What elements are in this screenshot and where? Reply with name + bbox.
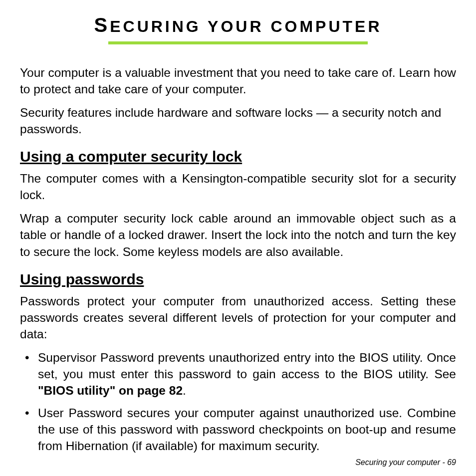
password-bullet-list: Supervisor Password prevents unauthorize… xyxy=(20,349,456,454)
section-heading-passwords: Using passwords xyxy=(20,271,456,288)
title-rest-2: YOUR COMPUTER xyxy=(201,17,382,35)
bios-utility-link[interactable]: "BIOS utility" on page 82 xyxy=(38,384,183,397)
intro-paragraph-1: Your computer is a valuable investment t… xyxy=(20,64,456,97)
list-item: Supervisor Password prevents unauthorize… xyxy=(20,349,456,399)
title-rest-1: ECURING xyxy=(110,17,201,35)
section1-paragraph-1: The computer comes with a Kensington-com… xyxy=(20,170,456,203)
section2-paragraph-1: Passwords protect your computer from una… xyxy=(20,293,456,342)
section-heading-security-lock: Using a computer security lock xyxy=(20,148,456,165)
title-underline xyxy=(108,41,368,44)
title-cap-s: S xyxy=(94,14,110,36)
page-title-block: SECURING YOUR COMPUTER xyxy=(20,14,456,44)
list-item: User Password secures your computer agai… xyxy=(20,405,456,454)
page-title: SECURING YOUR COMPUTER xyxy=(94,14,382,36)
section1-paragraph-2: Wrap a computer security lock cable arou… xyxy=(20,210,456,259)
intro-paragraph-2: Security features include hardware and s… xyxy=(20,104,456,137)
bullet-1-post: . xyxy=(183,384,186,397)
footer-text: Securing your computer - xyxy=(355,458,447,467)
page-number: 69 xyxy=(447,458,456,467)
page-footer: Securing your computer - 69 xyxy=(355,458,456,467)
bullet-1-pre: Supervisor Password prevents unauthorize… xyxy=(38,351,456,381)
